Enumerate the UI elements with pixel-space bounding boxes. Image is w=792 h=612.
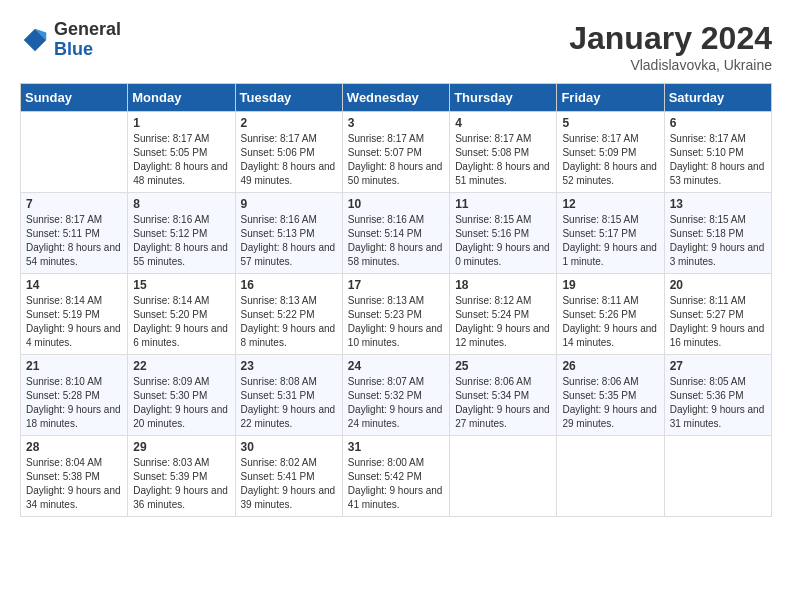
day-info: Sunrise: 8:07 AMSunset: 5:32 PMDaylight:…: [348, 375, 444, 431]
day-number: 17: [348, 278, 444, 292]
calendar-cell: [450, 436, 557, 517]
day-info: Sunrise: 8:00 AMSunset: 5:42 PMDaylight:…: [348, 456, 444, 512]
weekday-header-row: SundayMondayTuesdayWednesdayThursdayFrid…: [21, 84, 772, 112]
calendar-cell: 27 Sunrise: 8:05 AMSunset: 5:36 PMDaylig…: [664, 355, 771, 436]
day-info: Sunrise: 8:02 AMSunset: 5:41 PMDaylight:…: [241, 456, 337, 512]
weekday-header: Sunday: [21, 84, 128, 112]
weekday-header: Monday: [128, 84, 235, 112]
calendar-cell: 11 Sunrise: 8:15 AMSunset: 5:16 PMDaylig…: [450, 193, 557, 274]
calendar-cell: 1 Sunrise: 8:17 AMSunset: 5:05 PMDayligh…: [128, 112, 235, 193]
day-number: 8: [133, 197, 229, 211]
day-info: Sunrise: 8:13 AMSunset: 5:23 PMDaylight:…: [348, 294, 444, 350]
day-number: 12: [562, 197, 658, 211]
day-number: 29: [133, 440, 229, 454]
location: Vladislavovka, Ukraine: [569, 57, 772, 73]
day-info: Sunrise: 8:10 AMSunset: 5:28 PMDaylight:…: [26, 375, 122, 431]
day-info: Sunrise: 8:16 AMSunset: 5:12 PMDaylight:…: [133, 213, 229, 269]
calendar-cell: [557, 436, 664, 517]
calendar-cell: 29 Sunrise: 8:03 AMSunset: 5:39 PMDaylig…: [128, 436, 235, 517]
day-info: Sunrise: 8:11 AMSunset: 5:27 PMDaylight:…: [670, 294, 766, 350]
day-info: Sunrise: 8:03 AMSunset: 5:39 PMDaylight:…: [133, 456, 229, 512]
day-number: 11: [455, 197, 551, 211]
day-number: 31: [348, 440, 444, 454]
day-number: 15: [133, 278, 229, 292]
calendar-cell: 31 Sunrise: 8:00 AMSunset: 5:42 PMDaylig…: [342, 436, 449, 517]
day-number: 26: [562, 359, 658, 373]
calendar-cell: 15 Sunrise: 8:14 AMSunset: 5:20 PMDaylig…: [128, 274, 235, 355]
logo: General Blue: [20, 20, 121, 60]
day-number: 7: [26, 197, 122, 211]
day-number: 14: [26, 278, 122, 292]
weekday-header: Wednesday: [342, 84, 449, 112]
day-info: Sunrise: 8:09 AMSunset: 5:30 PMDaylight:…: [133, 375, 229, 431]
day-number: 5: [562, 116, 658, 130]
calendar-cell: 26 Sunrise: 8:06 AMSunset: 5:35 PMDaylig…: [557, 355, 664, 436]
calendar-cell: 14 Sunrise: 8:14 AMSunset: 5:19 PMDaylig…: [21, 274, 128, 355]
day-info: Sunrise: 8:15 AMSunset: 5:18 PMDaylight:…: [670, 213, 766, 269]
day-info: Sunrise: 8:15 AMSunset: 5:17 PMDaylight:…: [562, 213, 658, 269]
calendar-week-row: 28 Sunrise: 8:04 AMSunset: 5:38 PMDaylig…: [21, 436, 772, 517]
calendar-cell: 20 Sunrise: 8:11 AMSunset: 5:27 PMDaylig…: [664, 274, 771, 355]
calendar-cell: 25 Sunrise: 8:06 AMSunset: 5:34 PMDaylig…: [450, 355, 557, 436]
calendar-cell: 2 Sunrise: 8:17 AMSunset: 5:06 PMDayligh…: [235, 112, 342, 193]
day-info: Sunrise: 8:13 AMSunset: 5:22 PMDaylight:…: [241, 294, 337, 350]
day-info: Sunrise: 8:17 AMSunset: 5:05 PMDaylight:…: [133, 132, 229, 188]
calendar-cell: 19 Sunrise: 8:11 AMSunset: 5:26 PMDaylig…: [557, 274, 664, 355]
day-number: 4: [455, 116, 551, 130]
day-info: Sunrise: 8:17 AMSunset: 5:09 PMDaylight:…: [562, 132, 658, 188]
calendar-table: SundayMondayTuesdayWednesdayThursdayFrid…: [20, 83, 772, 517]
day-number: 10: [348, 197, 444, 211]
weekday-header: Saturday: [664, 84, 771, 112]
day-number: 19: [562, 278, 658, 292]
day-number: 2: [241, 116, 337, 130]
calendar-cell: 6 Sunrise: 8:17 AMSunset: 5:10 PMDayligh…: [664, 112, 771, 193]
day-number: 24: [348, 359, 444, 373]
weekday-header: Thursday: [450, 84, 557, 112]
logo-text: General Blue: [54, 20, 121, 60]
day-number: 3: [348, 116, 444, 130]
calendar-cell: 18 Sunrise: 8:12 AMSunset: 5:24 PMDaylig…: [450, 274, 557, 355]
day-info: Sunrise: 8:17 AMSunset: 5:07 PMDaylight:…: [348, 132, 444, 188]
calendar-cell: 22 Sunrise: 8:09 AMSunset: 5:30 PMDaylig…: [128, 355, 235, 436]
day-info: Sunrise: 8:14 AMSunset: 5:19 PMDaylight:…: [26, 294, 122, 350]
weekday-header: Friday: [557, 84, 664, 112]
day-info: Sunrise: 8:17 AMSunset: 5:06 PMDaylight:…: [241, 132, 337, 188]
month-title: January 2024: [569, 20, 772, 57]
calendar-cell: 3 Sunrise: 8:17 AMSunset: 5:07 PMDayligh…: [342, 112, 449, 193]
day-info: Sunrise: 8:06 AMSunset: 5:35 PMDaylight:…: [562, 375, 658, 431]
calendar-week-row: 1 Sunrise: 8:17 AMSunset: 5:05 PMDayligh…: [21, 112, 772, 193]
day-info: Sunrise: 8:16 AMSunset: 5:14 PMDaylight:…: [348, 213, 444, 269]
day-number: 25: [455, 359, 551, 373]
calendar-cell: 28 Sunrise: 8:04 AMSunset: 5:38 PMDaylig…: [21, 436, 128, 517]
day-info: Sunrise: 8:16 AMSunset: 5:13 PMDaylight:…: [241, 213, 337, 269]
calendar-cell: 30 Sunrise: 8:02 AMSunset: 5:41 PMDaylig…: [235, 436, 342, 517]
calendar-cell: 4 Sunrise: 8:17 AMSunset: 5:08 PMDayligh…: [450, 112, 557, 193]
day-info: Sunrise: 8:14 AMSunset: 5:20 PMDaylight:…: [133, 294, 229, 350]
day-info: Sunrise: 8:15 AMSunset: 5:16 PMDaylight:…: [455, 213, 551, 269]
day-number: 30: [241, 440, 337, 454]
calendar-cell: [664, 436, 771, 517]
calendar-cell: [21, 112, 128, 193]
page-header: General Blue January 2024 Vladislavovka,…: [20, 20, 772, 73]
calendar-cell: 7 Sunrise: 8:17 AMSunset: 5:11 PMDayligh…: [21, 193, 128, 274]
calendar-cell: 12 Sunrise: 8:15 AMSunset: 5:17 PMDaylig…: [557, 193, 664, 274]
calendar-cell: 17 Sunrise: 8:13 AMSunset: 5:23 PMDaylig…: [342, 274, 449, 355]
day-number: 22: [133, 359, 229, 373]
calendar-cell: 13 Sunrise: 8:15 AMSunset: 5:18 PMDaylig…: [664, 193, 771, 274]
calendar-cell: 5 Sunrise: 8:17 AMSunset: 5:09 PMDayligh…: [557, 112, 664, 193]
day-number: 16: [241, 278, 337, 292]
logo-icon: [20, 25, 50, 55]
day-info: Sunrise: 8:11 AMSunset: 5:26 PMDaylight:…: [562, 294, 658, 350]
logo-blue: Blue: [54, 40, 121, 60]
day-number: 20: [670, 278, 766, 292]
day-info: Sunrise: 8:17 AMSunset: 5:08 PMDaylight:…: [455, 132, 551, 188]
day-number: 1: [133, 116, 229, 130]
calendar-cell: 9 Sunrise: 8:16 AMSunset: 5:13 PMDayligh…: [235, 193, 342, 274]
calendar-cell: 21 Sunrise: 8:10 AMSunset: 5:28 PMDaylig…: [21, 355, 128, 436]
day-number: 21: [26, 359, 122, 373]
day-info: Sunrise: 8:05 AMSunset: 5:36 PMDaylight:…: [670, 375, 766, 431]
calendar-cell: 8 Sunrise: 8:16 AMSunset: 5:12 PMDayligh…: [128, 193, 235, 274]
calendar-cell: 24 Sunrise: 8:07 AMSunset: 5:32 PMDaylig…: [342, 355, 449, 436]
calendar-cell: 23 Sunrise: 8:08 AMSunset: 5:31 PMDaylig…: [235, 355, 342, 436]
day-number: 9: [241, 197, 337, 211]
